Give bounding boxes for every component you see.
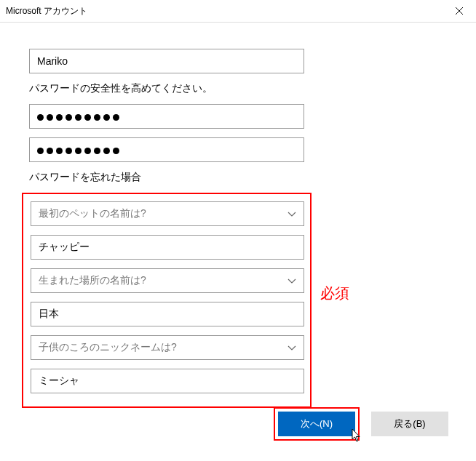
security-questions-block: 最初のペットの名前は? チャッピー 生まれた場所の名前は? 日本 子供のころのニ…: [22, 193, 312, 408]
security-answer-1-field[interactable]: チャッピー: [31, 235, 304, 260]
window-title: Microsoft アカウント: [6, 5, 87, 17]
password-confirm-value: [37, 144, 122, 156]
chevron-down-icon: [287, 208, 296, 220]
security-question-1-label: 最初のペットの名前は?: [39, 207, 146, 220]
security-answer-3-value: ミーシャ: [39, 374, 79, 388]
forgot-heading: パスワードを忘れた場合: [29, 171, 447, 184]
next-button-highlight: 次へ(N): [274, 407, 360, 441]
security-question-3-select[interactable]: 子供のころのニックネームは?: [31, 335, 304, 360]
back-button-label: 戻る(B): [394, 417, 425, 430]
chevron-down-icon: [287, 275, 296, 286]
required-annotation: 必須: [320, 284, 349, 303]
security-answer-2-field[interactable]: 日本: [31, 302, 304, 326]
password-value: [37, 111, 122, 122]
security-answer-1-value: チャッピー: [39, 241, 90, 254]
close-button[interactable]: [443, 0, 476, 22]
next-button[interactable]: 次へ(N): [278, 412, 355, 436]
back-button[interactable]: 戻る(B): [371, 412, 448, 436]
titlebar: Microsoft アカウント: [0, 0, 476, 23]
security-answer-2-value: 日本: [39, 308, 59, 321]
security-question-2-select[interactable]: 生まれた場所の名前は?: [31, 268, 304, 293]
security-question-3-label: 子供のころのニックネームは?: [39, 341, 177, 354]
password-field[interactable]: [29, 104, 304, 129]
username-field[interactable]: Mariko: [29, 49, 304, 73]
content-area: Mariko パスワードの安全性を高めてください。 パスワードを忘れた場合 最初…: [0, 23, 476, 408]
chevron-down-icon: [287, 342, 296, 353]
password-heading: パスワードの安全性を高めてください。: [29, 82, 447, 95]
password-confirm-field[interactable]: [29, 137, 304, 162]
username-value: Mariko: [37, 55, 68, 67]
security-question-1-select[interactable]: 最初のペットの名前は?: [31, 201, 304, 226]
close-icon: [456, 6, 463, 17]
next-button-label: 次へ(N): [301, 417, 333, 430]
security-answer-3-field[interactable]: ミーシャ: [31, 369, 304, 393]
button-row: 次へ(N) 戻る(B): [274, 407, 448, 441]
security-question-2-label: 生まれた場所の名前は?: [39, 274, 146, 287]
